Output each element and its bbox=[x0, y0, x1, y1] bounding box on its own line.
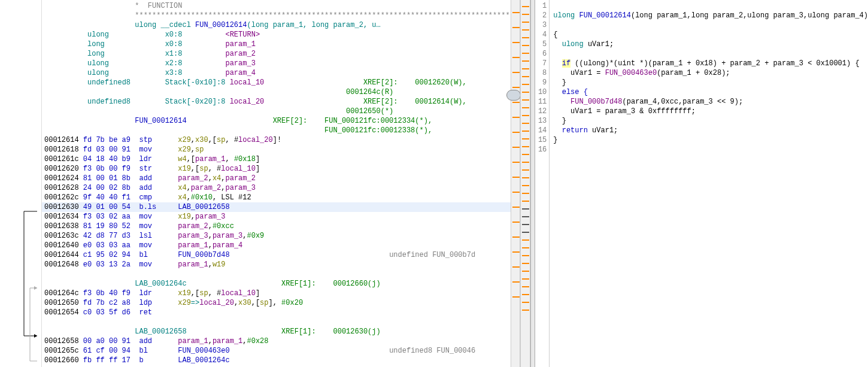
ruler-mark bbox=[522, 99, 529, 101]
decl-line[interactable]: long x0:8 param_1 bbox=[42, 40, 511, 49]
instruction-line[interactable]: 00012620 f3 0b 00 f9 str x19,[sp, #local… bbox=[42, 164, 511, 174]
ruler-mark bbox=[522, 138, 529, 139]
signature-line[interactable]: ulong __cdecl FUN_00012614(long param_1,… bbox=[42, 20, 511, 30]
stackvar-line[interactable]: undefined8 Stack[-0x20]:8 local_20 XREF[… bbox=[42, 97, 511, 107]
comment-line[interactable]: ****************************************… bbox=[42, 11, 511, 20]
instruction-line[interactable]: 00012658 00 a0 00 91 add param_1,param_1… bbox=[42, 336, 511, 346]
decl-line[interactable]: ulong x2:8 param_3 bbox=[42, 59, 511, 68]
decompiler-panel[interactable]: 12345678910111213141516 ulong FUN_000126… bbox=[535, 0, 868, 367]
scroll-thumb[interactable] bbox=[506, 90, 521, 101]
blank-line[interactable] bbox=[42, 317, 511, 327]
ruler-mark bbox=[512, 296, 520, 298]
decomp-line[interactable]: } bbox=[553, 135, 868, 145]
decomp-line[interactable]: else { bbox=[553, 87, 868, 97]
decomp-line[interactable]: return uVar1; bbox=[553, 126, 868, 135]
instruction-line[interactable]: 00012644 c1 95 02 94 bl FUN_000b7d48 und… bbox=[42, 250, 511, 260]
decomp-line[interactable]: if ((ulong)*(uint *)(param_1 + 0x18) + p… bbox=[553, 59, 868, 68]
ruler-mark bbox=[522, 294, 529, 295]
ruler-mark bbox=[522, 286, 529, 287]
panel-divider[interactable] bbox=[530, 0, 535, 367]
decomp-line[interactable]: uVar1 = param_3 & 0xffffffff; bbox=[553, 107, 868, 116]
flow-arrow-gutter bbox=[0, 0, 42, 367]
ruler-mark bbox=[512, 207, 520, 208]
instruction-line[interactable]: 00012624 81 00 01 8b add param_2,x4,para… bbox=[42, 174, 511, 183]
comment-line[interactable]: * FUNCTION * bbox=[42, 1, 511, 11]
decl-line[interactable]: ulong x3:8 param_4 bbox=[42, 68, 511, 78]
instruction-line[interactable]: 0001264c f3 0b 40 f9 ldr x19,[sp, #local… bbox=[42, 289, 511, 298]
line-number-gutter: 12345678910111213141516 bbox=[535, 0, 550, 367]
ruler-mark bbox=[522, 247, 529, 248]
ruler-mark bbox=[512, 87, 520, 88]
xref-continuation[interactable]: 00012650(*) bbox=[42, 107, 511, 116]
ruler-mark bbox=[522, 232, 529, 233]
line-number: 10 bbox=[535, 87, 547, 97]
decomp-line[interactable] bbox=[553, 145, 868, 154]
xref-continuation[interactable]: FUN_000121fc:00012338(*), bbox=[42, 126, 511, 135]
instruction-line[interactable]: 00012654 c0 03 5f d6 ret bbox=[42, 308, 511, 317]
instruction-line[interactable]: 00012650 fd 7b c2 a8 ldp x29=>local_20,x… bbox=[42, 298, 511, 308]
ruler-mark bbox=[522, 92, 529, 93]
overview-ruler[interactable] bbox=[511, 0, 520, 367]
ruler-mark bbox=[522, 146, 529, 147]
label-line[interactable]: LAB_0001264c XREF[1]: 00012660(j) bbox=[42, 279, 511, 289]
instruction-line[interactable]: 00012634 f3 03 02 aa mov x19,param_3 bbox=[42, 212, 511, 222]
decomp-line[interactable]: ulong uVar1; bbox=[553, 40, 868, 49]
xref-continuation[interactable]: 0001264c(R) bbox=[42, 87, 511, 97]
line-number: 14 bbox=[535, 126, 547, 135]
decl-line[interactable]: ulong x0:8 <RETURN> bbox=[42, 30, 511, 40]
blank-line[interactable] bbox=[42, 269, 511, 279]
disassembly-panel[interactable]: * FUNCTION * ***************************… bbox=[0, 0, 511, 367]
ruler-mark bbox=[522, 208, 529, 210]
ruler-mark bbox=[512, 251, 520, 253]
ruler-mark bbox=[522, 201, 529, 202]
instruction-line[interactable]: 00012628 24 00 02 8b add x4,param_2,para… bbox=[42, 183, 511, 193]
decomp-line[interactable] bbox=[553, 49, 868, 59]
instruction-line[interactable]: 00012648 e0 03 13 2a mov param_1,w19 bbox=[42, 260, 511, 269]
decomp-signature[interactable]: ulong FUN_00012614(long param_1,long par… bbox=[553, 11, 868, 20]
ruler-mark bbox=[522, 239, 529, 241]
instruction-line[interactable]: 00012660 fb ff ff 17 b LAB_0001264c bbox=[42, 356, 511, 365]
ruler-mark bbox=[512, 42, 520, 43]
ruler-mark bbox=[512, 27, 520, 28]
decl-line[interactable]: long x1:8 param_2 bbox=[42, 49, 511, 59]
decomp-line[interactable]: { bbox=[553, 30, 868, 40]
instruction-line[interactable]: 00012638 81 19 80 52 mov param_2,#0xcc bbox=[42, 222, 511, 231]
ruler-mark bbox=[522, 310, 529, 311]
instruction-line[interactable]: 00012640 e0 03 03 aa mov param_1,param_4 bbox=[42, 241, 511, 250]
decomp-line[interactable]: } bbox=[553, 78, 868, 87]
stackvar-line[interactable]: undefined8 Stack[-0x10]:8 local_10 XREF[… bbox=[42, 78, 511, 87]
ruler-mark bbox=[522, 169, 529, 171]
instruction-line[interactable]: 0001261c 04 18 40 b9 ldr w4,[param_1, #0… bbox=[42, 154, 511, 164]
line-number: 8 bbox=[535, 68, 547, 78]
line-number: 4 bbox=[535, 30, 547, 40]
line-number: 15 bbox=[535, 135, 547, 145]
instruction-line[interactable]: 0001262c 9f 40 40 f1 cmp x4,#0x10, LSL #… bbox=[42, 193, 511, 202]
ruler-mark bbox=[522, 22, 529, 23]
line-number: 6 bbox=[535, 49, 547, 59]
ruler-mark bbox=[512, 236, 520, 238]
ruler-mark bbox=[522, 154, 529, 155]
ruler-mark bbox=[522, 29, 529, 31]
decomp-line[interactable]: FUN_000b7d48(param_4,0xcc,param_3 << 9); bbox=[553, 97, 868, 107]
ruler-mark bbox=[522, 84, 529, 85]
ruler-mark bbox=[522, 131, 529, 132]
decomp-line[interactable] bbox=[553, 20, 868, 30]
decompiled-code[interactable]: ulong FUN_00012614(long param_1,long par… bbox=[550, 0, 868, 367]
instruction-line[interactable]: 00012614 fd 7b be a9 stp x29,x30,[sp, #l… bbox=[42, 135, 511, 145]
instruction-line[interactable]: 0001263c 42 d8 77 d3 lsl param_3,param_3… bbox=[42, 231, 511, 241]
func-label-line[interactable]: FUN_00012614 XREF[2]: FUN_000121fc:00012… bbox=[42, 116, 511, 126]
ruler-mark bbox=[512, 281, 520, 283]
instruction-line[interactable]: 00012630 49 01 00 54 b.ls LAB_00012658 bbox=[42, 202, 511, 212]
line-number: 11 bbox=[535, 97, 547, 107]
ruler-mark bbox=[522, 68, 529, 69]
instruction-line[interactable]: 00012618 fd 03 00 91 mov x29,sp bbox=[42, 145, 511, 154]
instruction-line[interactable]: 0001265c 61 cf 00 94 bl FUN_000463e0 und… bbox=[42, 346, 511, 356]
label-line[interactable]: LAB_00012658 XREF[1]: 00012630(j) bbox=[42, 327, 511, 336]
decomp-line[interactable]: uVar1 = FUN_000463e0(param_1 + 0x28); bbox=[553, 68, 868, 78]
decomp-line[interactable] bbox=[553, 1, 868, 11]
decomp-line[interactable]: } bbox=[553, 116, 868, 126]
ruler-mark bbox=[512, 192, 520, 193]
overview-ruler-2[interactable] bbox=[520, 0, 531, 367]
ruler-mark bbox=[512, 147, 520, 148]
ruler-mark bbox=[522, 14, 529, 15]
